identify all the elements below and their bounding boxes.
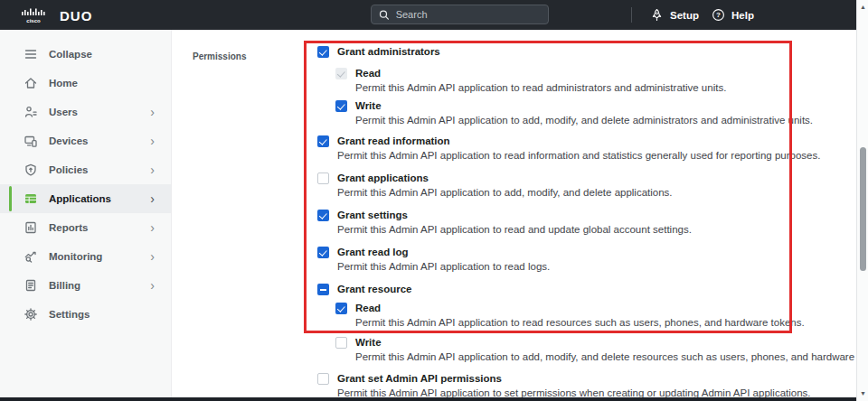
svg-text:cisco: cisco — [26, 18, 41, 23]
main-content: Permissions Grant administrators Read Pe… — [172, 30, 856, 397]
sidebar-item-label: Policies — [49, 164, 88, 175]
permission-row-admin-write: Write Permit this Admin API application … — [335, 100, 813, 126]
setup-button[interactable]: Setup — [650, 0, 699, 30]
permission-description: Permit this Admin API application to add… — [355, 351, 856, 363]
permission-row-grant-resource: Grant resource — [317, 284, 411, 295]
checkbox-grant-settings[interactable] — [317, 210, 329, 221]
scroll-up-icon[interactable]: ▲ — [857, 3, 868, 12]
permission-description: Permit this Admin API application to rea… — [337, 261, 550, 273]
help-label: Help — [731, 10, 754, 21]
checkbox-grant-administrators[interactable] — [317, 46, 329, 58]
checkbox-resource-write[interactable] — [335, 337, 347, 349]
sidebar-item-devices[interactable]: Devices › — [0, 126, 171, 155]
scroll-down-icon[interactable]: ▼ — [857, 389, 868, 398]
chevron-right-icon: › — [150, 250, 155, 263]
chevron-right-icon: › — [150, 106, 155, 118]
permission-row-admin-read: Read Permit this Admin API application t… — [335, 68, 726, 94]
permission-label: Grant settings — [337, 210, 692, 221]
cisco-logo-icon: cisco — [18, 6, 51, 24]
permission-row-grant-administrators: Grant administrators — [317, 46, 440, 58]
checkbox-grant-applications[interactable] — [317, 173, 329, 184]
sidebar-item-policies[interactable]: Policies › — [0, 155, 171, 184]
permission-description: Permit this Admin API application to add… — [355, 115, 813, 126]
permission-label: Write — [355, 100, 813, 112]
checkbox-resource-read[interactable] — [335, 303, 347, 314]
sidebar-item-label: Applications — [49, 193, 111, 204]
gear-icon — [23, 307, 38, 322]
user-icon — [23, 105, 38, 119]
checkbox-grant-resource[interactable] — [317, 284, 329, 295]
checkbox-admin-write[interactable] — [335, 100, 347, 112]
setup-label: Setup — [670, 10, 699, 21]
sidebar-item-reports[interactable]: Reports › — [0, 213, 171, 242]
sidebar-item-settings[interactable]: Settings — [0, 300, 171, 329]
sidebar-item-label: Home — [49, 78, 78, 89]
sidebar-item-label: Users — [49, 107, 78, 117]
sidebar-item-monitoring[interactable]: Monitoring › — [0, 242, 171, 271]
permission-description: Permit this Admin API application to rea… — [337, 150, 820, 162]
permission-label: Grant resource — [337, 284, 411, 295]
sidebar-item-billing[interactable]: Billing › — [0, 271, 171, 300]
permission-label: Read — [355, 68, 726, 79]
chevron-right-icon: › — [150, 192, 155, 205]
help-icon: ? — [712, 8, 725, 22]
rocket-icon — [650, 8, 664, 22]
checkbox-admin-read — [335, 68, 347, 79]
report-chart-icon — [23, 220, 38, 235]
topbar: cisco DUO Setup ? Help — [0, 0, 856, 30]
chevron-right-icon: › — [150, 279, 155, 292]
topbar-divider — [631, 7, 632, 23]
permission-label: Grant read log — [337, 247, 550, 258]
global-search[interactable] — [371, 5, 549, 24]
search-input[interactable] — [396, 9, 541, 20]
checkbox-grant-read-log[interactable] — [317, 247, 329, 258]
duo-logo: DUO — [60, 8, 92, 23]
permission-description: Permit this Admin API application to rea… — [355, 82, 726, 94]
permission-label: Grant applications — [337, 173, 673, 184]
shield-icon — [23, 163, 38, 177]
sidebar-item-label: Devices — [49, 135, 88, 146]
sidebar-item-label: Collapse — [49, 49, 92, 60]
svg-text:?: ? — [716, 11, 721, 19]
devices-icon — [23, 134, 38, 148]
chevron-right-icon: › — [150, 135, 155, 147]
sidebar-item-label: Monitoring — [49, 251, 102, 262]
permission-description: Permit this Admin API application to add… — [337, 187, 673, 199]
permission-row-grant-read-information: Grant read information Permit this Admin… — [317, 135, 820, 162]
sidebar-item-label: Settings — [49, 309, 90, 320]
home-icon — [23, 76, 38, 90]
search-icon — [379, 9, 390, 21]
monitoring-icon — [23, 249, 38, 264]
permission-label: Grant read information — [337, 135, 820, 147]
checkbox-grant-read-information[interactable] — [317, 135, 329, 147]
sidebar-item-users[interactable]: Users › — [0, 98, 171, 126]
duo-admin-panel: cisco DUO Setup ? Help — [0, 0, 868, 401]
hamburger-icon — [23, 47, 38, 61]
permission-label: Grant administrators — [337, 46, 440, 58]
applications-table-icon — [23, 191, 38, 206]
permission-description: Permit this Admin API application to rea… — [337, 224, 692, 236]
sidebar-nav: Collapse Home Users › — [0, 30, 172, 397]
sidebar-item-label: Billing — [49, 280, 80, 291]
permission-row-grant-read-log: Grant read log Permit this Admin API app… — [317, 247, 550, 273]
help-button[interactable]: ? Help — [712, 0, 754, 30]
permission-label: Write — [355, 337, 856, 349]
checkbox-grant-set-admin-api-permissions[interactable] — [317, 373, 329, 385]
window-scrollbar[interactable]: ▲ ▼ — [856, 0, 868, 401]
permission-label: Read — [355, 303, 805, 314]
chevron-right-icon: › — [150, 163, 155, 176]
permission-row-resource-read: Read Permit this Admin API application t… — [335, 303, 805, 329]
scrollbar-thumb[interactable] — [860, 147, 866, 271]
permission-row-grant-set-admin-api-permissions: Grant set Admin API permissions Permit t… — [317, 373, 811, 397]
permission-row-grant-applications: Grant applications Permit this Admin API… — [317, 173, 673, 199]
brand-logo[interactable]: cisco DUO — [18, 4, 92, 27]
permission-label: Grant set Admin API permissions — [337, 373, 811, 385]
sidebar-item-applications[interactable]: Applications › — [0, 184, 171, 213]
window-bottom-edge — [0, 397, 856, 401]
sidebar-item-collapse[interactable]: Collapse — [0, 40, 171, 69]
sidebar-item-label: Reports — [49, 222, 88, 233]
permission-description: Permit this Admin API application to set… — [337, 387, 811, 397]
permission-row-resource-write: Write Permit this Admin API application … — [335, 337, 856, 363]
chevron-right-icon: › — [150, 221, 155, 234]
sidebar-item-home[interactable]: Home — [0, 69, 171, 98]
